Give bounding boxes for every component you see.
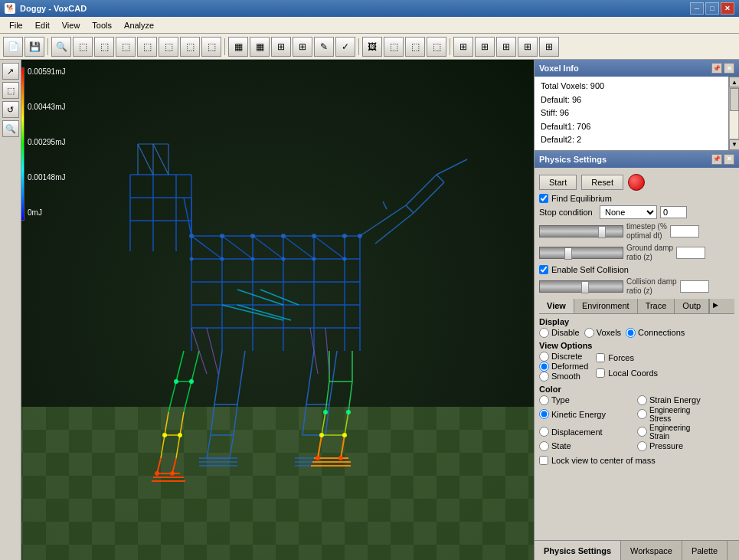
self-collision-label: Enable Self Collision [551, 265, 629, 274]
voxel-info-scrollbar[interactable]: ▲ ▼ [728, 77, 739, 150]
menu-file[interactable]: File [3, 19, 29, 31]
viewport[interactable]: 0.00591mJ 0.00443mJ 0.00295mJ 0.00148mJ … [0, 60, 534, 560]
display-connections-radio[interactable] [626, 328, 636, 338]
toolbar-new[interactable]: 📄 [3, 37, 23, 57]
svg-line-39 [383, 201, 387, 209]
maximize-button[interactable]: □ [705, 2, 719, 15]
svg-point-90 [189, 379, 194, 384]
toolbar-btn11[interactable]: ⊞ [293, 37, 312, 57]
display-disable-radio[interactable] [539, 328, 549, 338]
toolbar-btn6[interactable]: ⬚ [180, 37, 200, 57]
toolbar-btn5[interactable]: ⬚ [159, 37, 178, 57]
toolbar-btn13[interactable]: ✓ [335, 37, 355, 57]
svg-line-66 [165, 412, 168, 435]
start-button[interactable]: Start [539, 175, 577, 190]
menu-bar: File Edit View Tools Analyze [0, 17, 739, 34]
toolbar-btn19[interactable]: ⊞ [475, 37, 495, 57]
toolbar-btn10[interactable]: ⊞ [271, 37, 291, 57]
scroll-down-btn[interactable]: ▼ [729, 139, 739, 150]
svg-line-37 [406, 205, 414, 213]
stop-value-input[interactable]: 0 [660, 206, 687, 218]
toolbar-btn22[interactable]: ⊞ [539, 37, 559, 57]
svg-line-61 [176, 351, 184, 382]
scroll-up-btn[interactable]: ▲ [729, 77, 739, 87]
toolbar-btn15[interactable]: ⬚ [384, 37, 404, 57]
color-eng-stress-radio[interactable] [637, 409, 647, 419]
minimize-button[interactable]: ─ [690, 2, 704, 15]
color-state-radio[interactable] [539, 441, 549, 451]
toolbar-zoom[interactable]: 🔍 [51, 37, 71, 57]
collision-damp-value[interactable]: 1 [680, 280, 709, 293]
tool-rotate[interactable]: ↺ [2, 101, 19, 118]
toolbar-btn4[interactable]: ⬚ [137, 37, 157, 57]
toolbar-btn2[interactable]: ⬚ [94, 37, 114, 57]
self-collision-checkbox[interactable] [539, 265, 548, 274]
color-pressure-radio[interactable] [637, 441, 647, 451]
tab-outp[interactable]: Outp [675, 299, 709, 313]
dog-svg [38, 83, 528, 527]
display-voxels-radio[interactable] [584, 328, 594, 338]
timestep-slider[interactable] [539, 225, 623, 237]
menu-edit[interactable]: Edit [29, 19, 56, 31]
color-displacement-radio[interactable] [539, 427, 549, 437]
toolbar-save[interactable]: 💾 [25, 37, 44, 57]
menu-view[interactable]: View [56, 19, 87, 31]
voxel-info-close[interactable]: ✕ [724, 63, 734, 74]
timestep-value[interactable]: 0.184 [670, 225, 699, 237]
toolbar-btn9[interactable]: ▦ [250, 37, 270, 57]
toolbar-btn17[interactable]: ⬚ [427, 37, 446, 57]
toolbar-btn1[interactable]: ⬚ [73, 37, 93, 57]
toolbar-btn12[interactable]: ✎ [314, 37, 334, 57]
svg-line-13 [222, 236, 253, 259]
physics-close[interactable]: ✕ [724, 154, 734, 165]
tab-trace[interactable]: Trace [638, 299, 675, 313]
ground-damp-slider[interactable] [539, 247, 623, 259]
bottom-tab-workspace[interactable]: Workspace [621, 541, 682, 560]
lock-view-checkbox[interactable] [539, 456, 548, 465]
tab-environment[interactable]: Environment [574, 299, 638, 313]
toolbar-btn18[interactable]: ⊞ [453, 37, 473, 57]
tool-arrow[interactable]: ↗ [2, 63, 19, 80]
color-strain-energy-radio[interactable] [637, 395, 647, 405]
bottom-tab-physics[interactable]: Physics Settings [535, 541, 621, 560]
physics-pin[interactable]: 📌 [711, 154, 722, 165]
bottom-tab-palette[interactable]: Palette [682, 541, 728, 560]
tool-zoom[interactable]: 🔍 [2, 120, 19, 137]
toolbar-btn21[interactable]: ⊞ [518, 37, 538, 57]
ground-damp-label-1: Ground damp [626, 244, 673, 253]
collision-damp-label-2: ratio (z) [626, 287, 677, 296]
stop-condition-select[interactable]: None Time Energy [600, 205, 657, 219]
close-button[interactable]: ✕ [721, 2, 734, 15]
local-coords-checkbox[interactable] [596, 368, 605, 378]
toolbar-btn3[interactable]: ⬚ [116, 37, 136, 57]
toolbar: 📄 💾 🔍 ⬚ ⬚ ⬚ ⬚ ⬚ ⬚ ⬚ ▦ ▦ ⊞ ⊞ ✎ ✓ 🖼 ⬚ ⬚ ⬚ … [0, 34, 739, 60]
voxel-info-pin[interactable]: 📌 [711, 63, 722, 74]
menu-analyze[interactable]: Analyze [118, 19, 160, 31]
stop-button[interactable] [628, 174, 645, 191]
reset-button[interactable]: Reset [581, 175, 623, 190]
canvas-3d[interactable]: 0.00591mJ 0.00443mJ 0.00295mJ 0.00148mJ … [0, 60, 534, 560]
view-deformed-radio[interactable] [539, 362, 549, 372]
toolbar-btn7[interactable]: ⬚ [201, 37, 221, 57]
menu-tools[interactable]: Tools [86, 19, 118, 31]
toolbar-btn8[interactable]: ▦ [228, 37, 248, 57]
view-smooth-radio[interactable] [539, 372, 549, 382]
color-type-radio[interactable] [539, 395, 549, 405]
ground-damp-value[interactable]: 000759 [676, 247, 705, 259]
svg-point-99 [316, 456, 320, 460]
collision-damp-slider[interactable] [539, 280, 623, 293]
forces-checkbox[interactable] [596, 353, 605, 362]
color-kinetic-energy-radio[interactable] [539, 409, 549, 419]
tool-select[interactable]: ⬚ [2, 82, 19, 99]
color-eng-strain-radio[interactable] [637, 427, 647, 437]
view-deformed-label: Deformed [551, 362, 588, 371]
title-bar: 🐕 Doggy - VoxCAD ─ □ ✕ [0, 0, 739, 17]
toolbar-btn16[interactable]: ⬚ [405, 37, 425, 57]
tab-view[interactable]: View [539, 299, 574, 313]
toolbar-btn14[interactable]: 🖼 [362, 37, 382, 57]
tab-scroll-arrow[interactable]: ▶ [709, 299, 721, 313]
find-equilibrium-checkbox[interactable] [539, 194, 548, 203]
view-discrete-label: Discrete [551, 352, 582, 361]
view-discrete-radio[interactable] [539, 352, 549, 362]
toolbar-btn20[interactable]: ⊞ [496, 37, 516, 57]
